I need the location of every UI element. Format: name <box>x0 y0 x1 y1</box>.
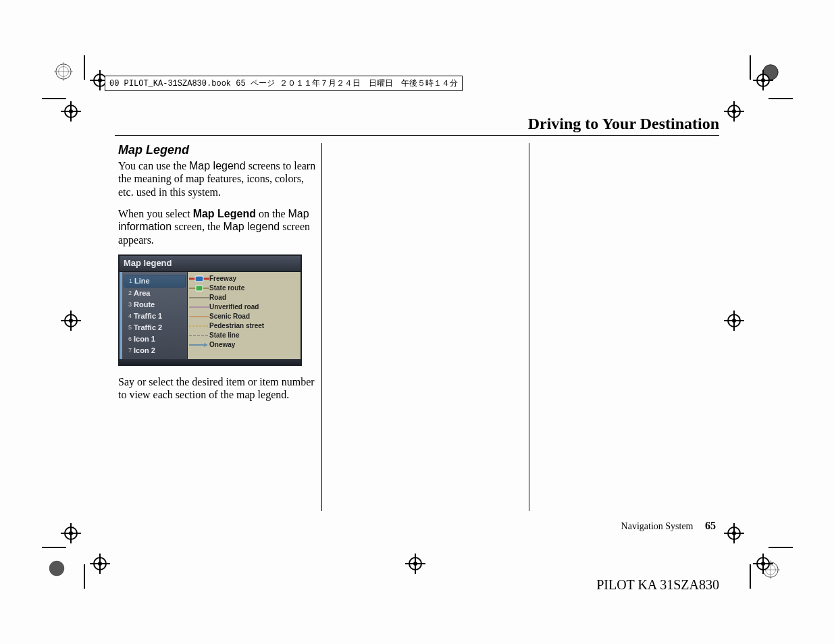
section-heading: Map Legend <box>118 143 316 158</box>
screenshot-title: Map legend <box>120 256 301 272</box>
ui-term: Map legend <box>224 221 280 232</box>
item-label: Icon 2 <box>134 346 155 355</box>
crosshair-icon <box>90 554 110 574</box>
crosshair-icon <box>753 554 773 574</box>
crosshair-icon <box>61 311 81 331</box>
crop-tick <box>768 547 793 548</box>
crosshair-icon <box>61 101 81 122</box>
content-columns: Map Legend You can use the Map legend sc… <box>118 143 736 511</box>
column-2 <box>325 143 529 511</box>
item-number: 5 <box>125 324 132 331</box>
item-number: 1 <box>126 277 132 285</box>
crosshair-icon <box>724 101 744 122</box>
legend-detail-panel: Freeway State route Road Unverified road <box>188 272 301 359</box>
legend-item-traffic-2[interactable]: 5Traffic 2 <box>122 322 187 333</box>
paragraph: Say or select the desired item or item n… <box>118 375 316 402</box>
unverified-road-line-icon <box>189 304 209 311</box>
svg-point-6 <box>49 561 64 576</box>
detail-label: State route <box>209 284 244 292</box>
crop-tick <box>750 564 751 589</box>
crop-tick <box>42 547 66 548</box>
detail-label: Freeway <box>209 275 236 283</box>
state-line-icon <box>189 332 209 339</box>
detail-row-road: Road <box>189 293 299 302</box>
item-number: 2 <box>125 290 132 297</box>
column-separator <box>321 143 322 511</box>
svg-marker-65 <box>204 343 208 347</box>
crosshair-icon <box>405 554 425 574</box>
screenshot-footer-bar <box>120 359 301 365</box>
document-code: PILOT KA 31SZA830 <box>596 577 719 593</box>
detail-label: Pedestrian street <box>209 322 264 330</box>
detail-label: Unverified road <box>209 303 259 311</box>
detail-label: State line <box>209 331 239 340</box>
detail-label: Scenic Road <box>209 313 250 321</box>
text: screen, the <box>172 221 223 232</box>
crosshair-icon <box>61 523 81 543</box>
crop-tick <box>750 55 751 80</box>
detail-row-freeway: Freeway <box>189 274 299 284</box>
crosshair-icon <box>724 523 744 543</box>
text: on the <box>256 208 288 219</box>
legend-item-line[interactable]: 1Line <box>124 275 186 288</box>
page-number: 65 <box>705 520 716 531</box>
text: You can use the <box>118 160 189 171</box>
scenic-road-line-icon <box>189 313 209 320</box>
legend-item-icon-1[interactable]: 6Icon 1 <box>122 333 187 345</box>
ui-term: Map Legend <box>193 208 256 219</box>
state-route-line-icon <box>189 285 209 292</box>
item-number: 3 <box>125 301 132 308</box>
crosshair-icon <box>753 70 773 90</box>
detail-row-scenic: Scenic Road <box>189 312 299 321</box>
item-label: Line <box>134 277 150 286</box>
source-file-stamp: 00 PILOT_KA-31SZA830.book 65 ページ ２０１１年７月… <box>105 76 463 91</box>
legend-item-area[interactable]: 2Area <box>122 288 187 299</box>
legend-item-traffic-1[interactable]: 4Traffic 1 <box>122 311 187 322</box>
road-line-icon <box>189 294 209 301</box>
crop-tick <box>768 98 793 99</box>
svg-rect-56 <box>195 276 203 281</box>
detail-label: Oneway <box>209 341 235 349</box>
paragraph: You can use the Map legend screens to le… <box>118 159 316 199</box>
oneway-arrow-icon <box>189 342 209 348</box>
detail-row-state-line: State line <box>189 331 299 340</box>
text: When you select <box>118 208 193 219</box>
registration-dot-icon <box>47 559 66 578</box>
item-label: Traffic 1 <box>134 312 162 321</box>
crop-tick <box>42 98 66 99</box>
item-number: 7 <box>125 347 132 354</box>
ui-term: Map legend <box>189 160 246 171</box>
footer-label: Navigation System <box>621 521 694 531</box>
crop-tick <box>84 564 85 589</box>
freeway-line-icon <box>189 275 209 282</box>
item-label: Icon 1 <box>134 335 155 344</box>
svg-rect-58 <box>196 286 203 291</box>
paragraph: When you select Map Legend on the Map in… <box>118 207 316 247</box>
legend-item-icon-2[interactable]: 7Icon 2 <box>122 345 187 356</box>
item-label: Traffic 2 <box>134 323 162 332</box>
registration-mark-icon <box>54 62 73 81</box>
legend-item-route[interactable]: 3Route <box>122 299 187 311</box>
detail-label: Road <box>209 294 226 302</box>
item-number: 6 <box>125 336 132 343</box>
map-legend-screenshot: Map legend 1Line 2Area 3Route 4Traffic 1… <box>118 254 302 366</box>
column-3 <box>533 143 736 511</box>
item-label: Area <box>134 289 150 298</box>
item-number: 4 <box>125 313 132 320</box>
horizontal-rule <box>115 135 719 136</box>
screenshot-body: 1Line 2Area 3Route 4Traffic 1 5Traffic 2… <box>120 272 301 359</box>
detail-row-pedestrian: Pedestrian street <box>189 321 299 331</box>
page-footer: Navigation System 65 <box>621 520 716 532</box>
pedestrian-line-icon <box>189 323 209 329</box>
crop-tick <box>84 55 85 80</box>
column-1: Map Legend You can use the Map legend sc… <box>118 143 321 511</box>
legend-category-list: 1Line 2Area 3Route 4Traffic 1 5Traffic 2… <box>120 272 188 359</box>
detail-row-unverified: Unverified road <box>189 302 299 312</box>
column-separator <box>529 143 529 511</box>
chapter-title: Driving to Your Destination <box>528 115 719 133</box>
detail-row-oneway: Oneway <box>189 340 299 350</box>
detail-row-state-route: State route <box>189 284 299 293</box>
item-label: Route <box>134 300 155 309</box>
